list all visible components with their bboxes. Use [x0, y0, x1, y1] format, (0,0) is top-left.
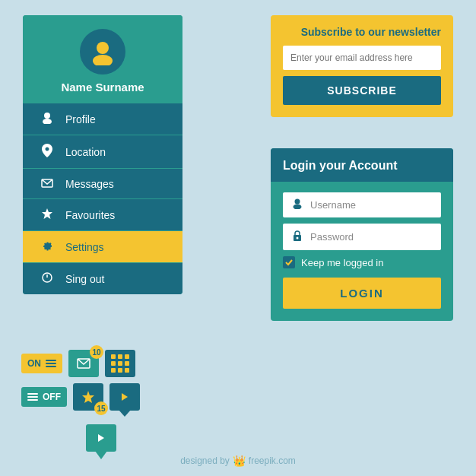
messages-badge-count: 10 [90, 345, 103, 359]
widget-row-1: ON 10 [21, 350, 140, 377]
grid-dots [111, 354, 129, 373]
menu-item-favourites[interactable]: Favourites [23, 198, 182, 230]
toggle-off-widget[interactable]: OFF [21, 387, 67, 407]
username-icon [290, 198, 304, 211]
menu-item-messages[interactable]: Messages [23, 168, 182, 198]
password-icon [290, 230, 304, 244]
toggle-on-widget[interactable]: ON [21, 354, 62, 373]
newsletter-panel: Subscribe to our newsletter SUBSCRIBE [271, 15, 453, 117]
login-body: Username Password Keep me logged in LOGI… [271, 182, 453, 321]
star-badge-count: 15 [94, 401, 108, 415]
signout-icon [38, 271, 56, 286]
envelope-icon [77, 358, 90, 369]
footer-brand: freepik.com [249, 455, 296, 466]
star-badge-icon [81, 390, 95, 404]
subscribe-button[interactable]: SUBSCRIBE [283, 76, 441, 105]
menu-item-settings[interactable]: Settings [23, 230, 182, 262]
footer: designed by 👑 freepik.com [180, 455, 296, 467]
login-title: Login your Account [271, 148, 453, 182]
speech-bubble-widget[interactable] [109, 383, 140, 411]
login-panel: Login your Account Username Password Kee… [271, 148, 453, 321]
footer-text: designed by [180, 455, 230, 466]
profile-top: Name Surname [23, 15, 182, 103]
toggle-on-label: ON [27, 358, 41, 369]
profile-name: Name Surname [61, 81, 144, 94]
password-field[interactable]: Password [283, 224, 441, 250]
arrow-right-icon [119, 392, 130, 402]
messages-icon [38, 177, 56, 190]
menu-item-location[interactable]: Location [23, 135, 182, 168]
settings-icon [38, 240, 56, 254]
svg-marker-5 [42, 208, 52, 219]
star-icon [38, 208, 56, 222]
toggle-off-label: OFF [43, 392, 61, 402]
svg-point-1 [93, 55, 113, 65]
messages-badge-widget[interactable]: 10 [68, 350, 99, 377]
login-button[interactable]: LOGIN [283, 278, 441, 309]
keep-logged-checkbox[interactable] [283, 256, 295, 268]
toggle-on-lines [46, 360, 56, 367]
newsletter-title: Subscribe to our newsletter [283, 26, 441, 38]
svg-marker-15 [98, 434, 104, 442]
widget-row-2: OFF 15 [21, 383, 140, 411]
location-icon [38, 144, 56, 160]
toggle-off-lines [27, 393, 38, 401]
email-input[interactable] [283, 46, 441, 70]
svg-marker-13 [82, 391, 94, 403]
star-badge-widget[interactable]: 15 [73, 383, 103, 411]
svg-point-2 [44, 113, 50, 119]
crown-icon: 👑 [233, 455, 246, 467]
username-field[interactable]: Username [283, 192, 441, 217]
username-label: Username [310, 199, 356, 211]
svg-point-0 [97, 42, 109, 54]
svg-point-8 [295, 199, 300, 205]
svg-point-3 [43, 119, 52, 124]
keep-logged-row[interactable]: Keep me logged in [283, 256, 441, 268]
grid-widget[interactable] [105, 350, 135, 377]
widgets-area: ON 10 [21, 350, 140, 452]
profile-icon [38, 112, 56, 126]
keep-logged-label: Keep me logged in [301, 257, 383, 268]
svg-point-11 [297, 237, 299, 240]
pin-bubble-widget[interactable] [86, 424, 116, 452]
menu-item-profile[interactable]: Profile [23, 103, 182, 135]
avatar [80, 29, 125, 75]
svg-marker-14 [122, 393, 128, 401]
pin-icon [96, 433, 106, 443]
password-label: Password [310, 231, 354, 243]
menu-item-signout[interactable]: Sing out [23, 262, 182, 294]
svg-point-9 [294, 205, 302, 210]
profile-panel: Name Surname Profile Location Messages F… [23, 15, 182, 294]
